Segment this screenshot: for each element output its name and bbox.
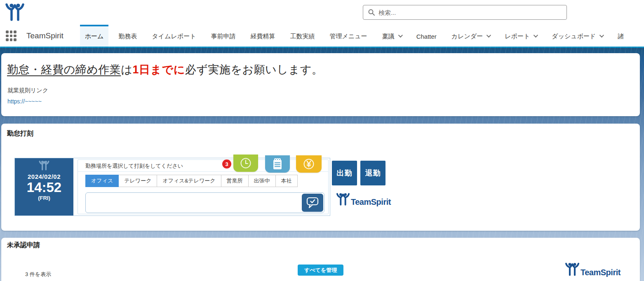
chevron-down-icon xyxy=(599,33,604,37)
note-field[interactable] xyxy=(88,194,298,211)
time-report-tab[interactable] xyxy=(233,155,258,172)
teamspirit-mini-logo-icon xyxy=(15,161,73,172)
app-navbar: TeamSpirit ホーム勤務表タイムレポート事前申請経費精算工数実績管理メニ… xyxy=(0,25,644,47)
clock-date: 2024/02/02 xyxy=(15,173,73,180)
nav-tab-7[interactable]: 稟議 xyxy=(377,25,407,47)
yen-icon xyxy=(303,158,315,170)
manage-all-button[interactable]: すべてを管理 xyxy=(298,265,343,276)
nav-tab-0[interactable]: ホーム xyxy=(80,25,109,47)
nav-tab-label: 稟議 xyxy=(382,33,395,40)
nav-tab-label: 諸 xyxy=(618,33,624,40)
clock-time: 14:52 xyxy=(15,180,73,195)
teamspirit-wordmark: TeamSpirit xyxy=(336,193,391,206)
notepad-icon xyxy=(272,158,283,170)
teamspirit-logo-icon xyxy=(5,3,25,22)
speech-bubble-check-icon xyxy=(306,197,319,208)
note-input-wrap xyxy=(85,192,324,213)
global-search[interactable] xyxy=(363,5,567,20)
app-name: TeamSpirit xyxy=(26,31,63,40)
nav-tab-label: レポート xyxy=(505,33,530,40)
nav-tab-5[interactable]: 工数実績 xyxy=(285,25,320,47)
teamspirit-wordmark: TeamSpirit xyxy=(565,262,620,276)
worklog-tab[interactable] xyxy=(265,155,290,173)
app-launcher-icon[interactable] xyxy=(6,30,16,41)
work-location-buttons: オフィステレワークオフィス&テレワーク営業所出張中本社 xyxy=(85,175,298,187)
stamp-instruction: 勤務場所を選択して打刻をしてください xyxy=(85,162,183,170)
clock-panel: 2024/02/02 14:52 (FRI) xyxy=(15,158,73,215)
approvals-title: 未承認申請 xyxy=(7,241,40,250)
announcement-card: 勤怠・経費の締め作業は1日までに必ず実施をお願いします。 就業規則リンク htt… xyxy=(1,53,640,116)
nav-tab-label: 管理メニュー xyxy=(330,33,367,40)
nav-tab-9[interactable]: カレンダー xyxy=(447,25,495,47)
nav-tab-label: 工数実績 xyxy=(290,33,315,40)
nav-tabs: ホーム勤務表タイムレポート事前申請経費精算工数実績管理メニュー稟議Chatter… xyxy=(78,25,644,47)
clock-out-button[interactable]: 退勤 xyxy=(360,161,385,185)
work-rules-label: 就業規則リンク xyxy=(7,87,48,94)
location-button-5[interactable]: 本社 xyxy=(276,175,298,187)
divider xyxy=(78,171,328,172)
top-header xyxy=(0,0,644,25)
approvals-card: 未承認申請 3 件を表示 すべてを管理 TeamSpirit xyxy=(1,238,640,281)
location-button-0[interactable]: オフィス xyxy=(85,175,119,187)
nav-tab-label: ホーム xyxy=(85,33,104,40)
nav-tab-label: カレンダー xyxy=(451,33,483,40)
nav-tab-4[interactable]: 経費精算 xyxy=(246,25,280,47)
nav-tab-label: 勤務表 xyxy=(118,33,137,40)
chevron-down-icon xyxy=(487,33,491,37)
notification-badge: 3 xyxy=(222,159,231,169)
announcement-deadline: 1日までに xyxy=(132,63,185,76)
search-input[interactable] xyxy=(378,9,562,16)
teamspirit-logo-icon xyxy=(565,262,580,276)
chevron-down-icon xyxy=(534,33,538,37)
nav-tab-11[interactable]: ダッシュボード xyxy=(547,25,608,47)
expense-tab[interactable] xyxy=(296,155,322,173)
location-button-3[interactable]: 営業所 xyxy=(221,175,249,187)
approvals-count: 3 件を表示 xyxy=(25,271,51,278)
nav-tab-2[interactable]: タイムレポート xyxy=(147,25,201,47)
wordmark-text: TeamSpirit xyxy=(351,198,391,206)
chevron-down-icon xyxy=(398,33,402,37)
nav-tab-label: 事前申請 xyxy=(211,33,236,40)
stamp-controls: 勤務場所を選択して打刻をしてください オフィステレワークオフィス&テレワーク営業… xyxy=(78,159,329,214)
nav-tab-label: タイムレポート xyxy=(152,33,196,40)
nav-tab-8[interactable]: Chatter xyxy=(411,25,442,47)
work-rules-link[interactable]: https://~~~~~ xyxy=(7,98,42,105)
location-button-4[interactable]: 出張中 xyxy=(249,175,276,187)
attendance-title: 勤怠打刻 xyxy=(7,129,33,138)
announcement-text: 勤怠・経費の締め作業は1日までに必ず実施をお願いします。 xyxy=(7,62,323,77)
page: TeamSpirit ホーム勤務表タイムレポート事前申請経費精算工数実績管理メニ… xyxy=(0,0,644,281)
nav-tab-label: Chatter xyxy=(416,33,437,40)
location-button-1[interactable]: テレワーク xyxy=(119,175,157,187)
search-icon xyxy=(368,9,375,16)
nav-tab-1[interactable]: 勤務表 xyxy=(113,25,142,47)
teamspirit-logo-icon xyxy=(336,193,350,206)
nav-tab-6[interactable]: 管理メニュー xyxy=(325,25,372,47)
nav-tab-10[interactable]: レポート xyxy=(500,25,542,47)
announcement-underlined: 勤怠・経費の締め作業 xyxy=(7,63,121,76)
nav-tab-label: ダッシュボード xyxy=(552,33,596,40)
nav-tab-label: 経費精算 xyxy=(251,33,275,40)
clock-icon xyxy=(240,157,252,169)
nav-tab-3[interactable]: 事前申請 xyxy=(206,25,241,47)
wordmark-text: TeamSpirit xyxy=(581,268,620,276)
clock-day: (FRI) xyxy=(15,195,73,201)
clock-in-button[interactable]: 出勤 xyxy=(332,161,357,185)
nav-tab-12[interactable]: 諸 xyxy=(613,25,629,47)
comment-stamp-button[interactable] xyxy=(302,194,323,212)
attendance-card: 勤怠打刻 2024/02/02 14:52 (FRI xyxy=(1,124,640,231)
location-button-2[interactable]: オフィス&テレワーク xyxy=(157,175,221,187)
